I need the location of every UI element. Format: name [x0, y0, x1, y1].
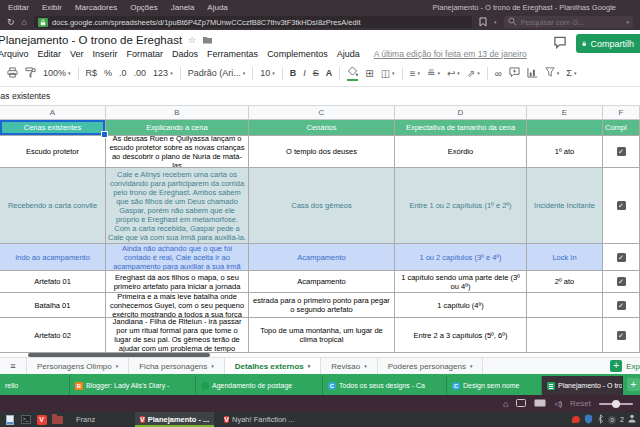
currency-button[interactable]: R$: [86, 68, 98, 78]
home-icon[interactable]: ⌂: [22, 17, 27, 27]
sheet-tab-poderes-personagens[interactable]: Poderes personagens▾: [378, 358, 484, 374]
url-field[interactable]: docs.google.com/spreadsheets/d/1puBt6P4Z…: [34, 16, 472, 28]
cell-b-3[interactable]: Cale e Alinys recebem uma carta os convi…: [106, 168, 249, 244]
cell-b-6[interactable]: Primeira e a mais leve batalha onde conh…: [106, 293, 249, 318]
vivaldi-launcher-icon[interactable]: V: [36, 414, 47, 425]
column-header-c[interactable]: C: [249, 106, 395, 119]
menu-item-editar[interactable]: Editar: [8, 3, 29, 12]
cell-a-6[interactable]: Batalha 01: [0, 293, 106, 318]
column-header-b[interactable]: B: [106, 106, 249, 119]
cell-b-7[interactable]: Jandiana - Filha de Riteiun - irá passar…: [106, 318, 249, 353]
cell-f-2[interactable]: ✓: [603, 136, 640, 168]
cell-f-3[interactable]: ✓: [603, 168, 640, 244]
vnc-home-icon[interactable]: ⌂: [503, 399, 508, 409]
merge-cells-button[interactable]: ◫▾: [381, 68, 395, 79]
cell-f-header[interactable]: Compl: [603, 120, 640, 136]
sheet-tab-caret-icon[interactable]: ▾: [116, 363, 119, 369]
increase-decimal-button[interactable]: .00: [134, 68, 147, 78]
sheet-tab-revisao[interactable]: Revisao▾: [321, 358, 377, 374]
cell-b-4[interactable]: Ainda não achando que o que foi contado …: [106, 244, 249, 271]
checkbox-checked[interactable]: ✓: [617, 301, 626, 310]
cell-f-5[interactable]: ✓: [603, 271, 640, 293]
checkbox-checked[interactable]: ✓: [617, 253, 626, 262]
comment-history-icon[interactable]: [553, 35, 567, 53]
files-launcher-icon[interactable]: [52, 414, 63, 425]
checkbox-checked[interactable]: ✓: [617, 331, 626, 340]
browser-tab-agendamento-de-postage[interactable]: Agendamento de postage: [196, 376, 323, 395]
star-icon[interactable]: ☆: [188, 35, 196, 45]
checkbox-checked[interactable]: ✓: [617, 147, 626, 156]
doc-title[interactable]: Planejamento - O trono de Ereghast: [0, 34, 182, 46]
task-window-nyah-fanfiction[interactable]: VNyah! Fanfiction ...: [219, 412, 299, 427]
insert-chart-button[interactable]: [527, 67, 538, 80]
cell-a-3[interactable]: Recebendo a carta convite: [0, 168, 106, 244]
bookmark-caret-icon[interactable]: ▾: [494, 19, 497, 25]
column-header-a[interactable]: A: [0, 106, 106, 119]
cell-c-2[interactable]: O templo dos deuses: [249, 136, 395, 168]
cell-c-6[interactable]: estrada para o primeiro ponto para pegar…: [249, 293, 395, 318]
cell-a-7[interactable]: Artefato 02: [0, 318, 106, 353]
status-badge-icon[interactable]: 0: [608, 416, 616, 424]
italic-button[interactable]: I: [303, 68, 306, 78]
sheet-tab-ficha-personagens[interactable]: Ficha personagens▾: [129, 358, 225, 374]
menu-item-janela[interactable]: Janela: [171, 3, 195, 12]
bold-button[interactable]: B: [290, 68, 297, 78]
insert-comment-button[interactable]: [509, 67, 520, 80]
menu-item-opcoes[interactable]: Opções: [130, 3, 158, 12]
sheets-menu-arquivo[interactable]: Arquivo: [0, 49, 29, 59]
sheets-menu-editar[interactable]: Editar: [38, 49, 62, 59]
vnc-monitor-icon[interactable]: [516, 399, 526, 409]
cell-c-5[interactable]: Acampamento: [249, 271, 395, 293]
notification-icon[interactable]: [572, 416, 580, 423]
horizontal-align-button[interactable]: ≡▾: [410, 68, 420, 79]
filter-button[interactable]: ▾: [545, 67, 560, 79]
sheet-tab-detalhes-externos[interactable]: Detalhes externos▾: [225, 358, 321, 374]
share-button[interactable]: Compartilh: [576, 34, 640, 53]
sheet-tab-caret-icon[interactable]: ▾: [364, 363, 367, 369]
number-format-button[interactable]: 123▾: [153, 68, 173, 78]
cell-a-5[interactable]: Artefato 01: [0, 271, 106, 293]
vnc-keyboard-icon[interactable]: [534, 399, 546, 409]
shield-icon[interactable]: [584, 414, 593, 426]
workspace-count[interactable]: 2: [620, 416, 624, 423]
cell-e-header[interactable]: [527, 120, 603, 136]
column-header-f[interactable]: F: [603, 106, 640, 119]
column-header-d[interactable]: D: [395, 106, 527, 119]
bookmark-icon[interactable]: [479, 13, 487, 31]
cell-e-6[interactable]: [527, 293, 603, 318]
sheets-menu-inserir[interactable]: Inserir: [93, 49, 118, 59]
user-icon[interactable]: [628, 414, 636, 425]
decrease-decimal-button[interactable]: .0: [119, 68, 127, 78]
vnc-sound-icon[interactable]: ◁): [554, 400, 562, 408]
cell-b-5[interactable]: Ereghast dá aos filhos o mapa, o seu pri…: [106, 271, 249, 293]
font-size-select[interactable]: 10▾: [260, 68, 275, 78]
functions-button[interactable]: Σ▾: [566, 68, 576, 78]
sheet-tab-caret-icon[interactable]: ▾: [470, 363, 473, 369]
last-edit-link[interactable]: A última edição foi feita em 13 de janei…: [374, 49, 527, 59]
menu-item-marcadores[interactable]: Marcadores: [75, 3, 117, 12]
menu-item-exibir[interactable]: Exibir: [42, 3, 62, 12]
slider-knob[interactable]: [612, 400, 620, 408]
browser-tab-planejamento-o-trono-de[interactable]: Planejamento - O trono de: [542, 376, 623, 395]
cell-d-header[interactable]: Expectativa de tamanho da cena: [395, 120, 527, 136]
search-box[interactable]: ▾: [504, 16, 634, 28]
cell-c-4[interactable]: Acampamento: [249, 244, 395, 271]
cell-f-4[interactable]: ✓: [603, 244, 640, 271]
zoom-select[interactable]: 100%▾: [43, 68, 71, 78]
font-select[interactable]: Padrão (Ari...▾: [188, 68, 246, 78]
percent-button[interactable]: %: [104, 68, 112, 78]
reload-icon[interactable]: ↻: [7, 17, 15, 27]
vertical-align-button[interactable]: ≞▾: [427, 68, 440, 79]
print-button[interactable]: [7, 67, 18, 80]
text-wrap-button[interactable]: ↩▾: [447, 68, 460, 79]
task-window-planejamento[interactable]: VPlanejamento - ...: [135, 412, 214, 427]
scrollbar-thumb[interactable]: [28, 353, 210, 357]
cell-c-3[interactable]: Casa dos gêmeos: [249, 168, 395, 244]
browser-tab-todos-os-seus-designs-ca[interactable]: CTodos os seus designs - Ca: [323, 376, 447, 395]
fill-color-button[interactable]: [347, 66, 358, 81]
strikethrough-button[interactable]: S: [313, 68, 319, 78]
sheets-menu-ferramentas[interactable]: Ferramentas: [207, 49, 258, 59]
text-rotation-button[interactable]: ⇗▾: [467, 68, 480, 79]
checkbox-checked[interactable]: ✓: [617, 201, 626, 210]
cell-d-2[interactable]: Exórdio: [395, 136, 527, 168]
